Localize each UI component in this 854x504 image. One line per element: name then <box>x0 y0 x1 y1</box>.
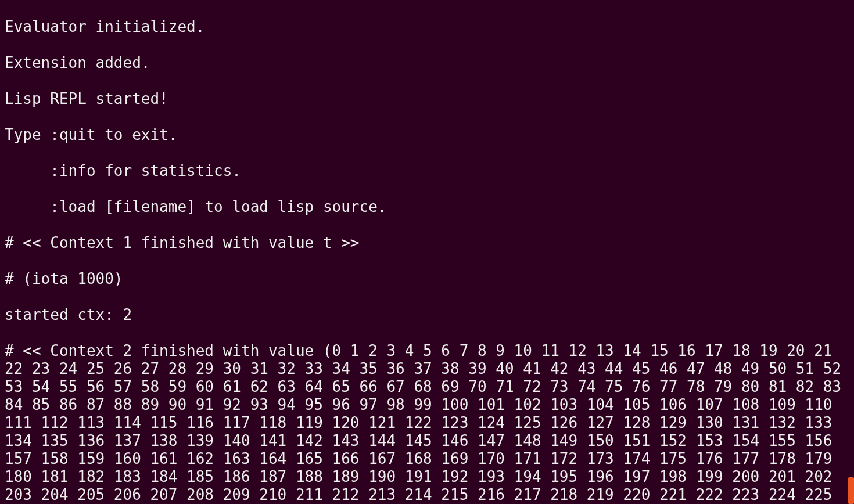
startup-line: Extension added. <box>5 54 150 71</box>
startup-line: Evaluator initialized. <box>5 18 204 35</box>
started-ctx: started ctx: 2 <box>5 306 132 323</box>
context1-result: # << Context 1 finished with value t >> <box>5 234 359 251</box>
startup-line: :load [filename] to load lisp source. <box>5 198 386 215</box>
repl-input: # (iota 1000) <box>5 270 123 287</box>
startup-line: :info for statistics. <box>5 162 241 179</box>
startup-line: Lisp REPL started! <box>5 90 168 107</box>
context2-result: # << Context 2 finished with value (0 1 … <box>5 342 851 504</box>
terminal[interactable]: Evaluator initialized. Extension added. … <box>0 0 854 504</box>
startup-line: Type :quit to exit. <box>5 126 177 143</box>
scrollbar-thumb[interactable] <box>848 477 854 504</box>
scrollbar-track[interactable] <box>848 0 854 504</box>
